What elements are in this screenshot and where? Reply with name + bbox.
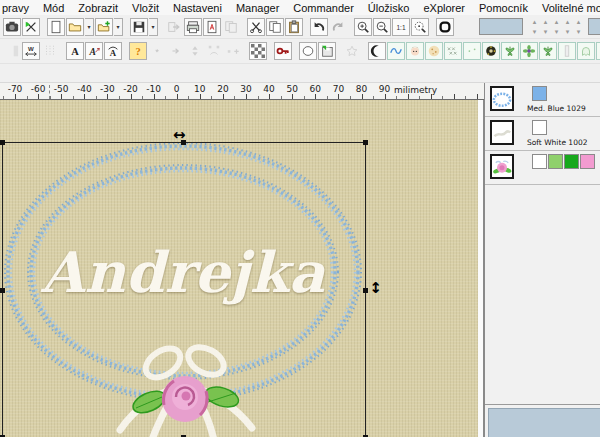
motif-ghost2-button[interactable] — [596, 42, 600, 60]
zoom-out-button[interactable] — [373, 18, 391, 36]
motif-dots-button[interactable] — [463, 42, 481, 60]
save-selection-button[interactable] — [318, 42, 336, 60]
layer-thumbnail[interactable] — [490, 86, 514, 111]
motif-flower-button[interactable] — [520, 42, 538, 60]
motif-butterfly2-button[interactable] — [539, 42, 557, 60]
motif-cookie-button[interactable] — [425, 42, 443, 60]
thread-color-swatch[interactable] — [580, 154, 595, 169]
menu-item-volitelne-moduly[interactable]: Volitelné moduly — [535, 2, 600, 14]
motif-crescent-button[interactable] — [368, 42, 386, 60]
align-edge-top-button[interactable]: ▴ — [551, 17, 562, 27]
menu-item-vlozit[interactable]: Vložit — [125, 2, 166, 14]
ruler-tick — [246, 94, 247, 99]
layer-oval-frame[interactable]: Med. Blue 1029 — [485, 83, 600, 117]
layer-name-text[interactable]: Soft White 1002 — [485, 117, 600, 151]
menu-item-manager[interactable]: Manager — [229, 2, 286, 14]
menu-item-mod[interactable]: Mód — [36, 2, 71, 14]
menu-item-commander[interactable]: Commander — [286, 2, 361, 14]
open-add-design-button[interactable] — [95, 18, 113, 36]
align-top-button[interactable]: ▴ — [529, 17, 540, 27]
motif-doll-button[interactable] — [406, 42, 424, 60]
layer-thumbnail[interactable] — [490, 120, 514, 145]
resize-horizontal-cursor-icon: ↔ — [173, 128, 186, 143]
ruler-number: -50 — [54, 84, 69, 94]
selection-rectangle[interactable]: ↔ ↕ — [2, 142, 366, 437]
cut-button[interactable] — [247, 18, 265, 36]
font-select-button[interactable]: A — [66, 42, 84, 60]
motif-squiggle-button[interactable] — [387, 42, 405, 60]
motif-donut-button[interactable] — [482, 42, 500, 60]
align-baseline-down-button[interactable]: ▾ — [562, 27, 573, 37]
ruler-tick — [385, 94, 386, 99]
ruler-tick — [315, 94, 316, 99]
ruler-tick — [154, 94, 155, 99]
motif-bars-button[interactable] — [558, 42, 576, 60]
svg-text:W: W — [28, 45, 34, 52]
ruler-tick — [38, 94, 39, 99]
undo-button[interactable] — [310, 18, 328, 36]
align-cap-down-button[interactable]: ▾ — [573, 27, 584, 37]
menu-item-nastaveni[interactable]: Nastaveni — [166, 2, 229, 14]
print-preview-button[interactable] — [203, 18, 221, 36]
thread-color-swatch[interactable] — [532, 86, 547, 101]
menu-item-pomocnik[interactable]: Pomocník — [472, 2, 535, 14]
design-photo-button[interactable] — [3, 18, 21, 36]
design-canvas[interactable]: Andrejka — [0, 100, 478, 437]
menu-item-ulozisko[interactable]: Úložisko — [361, 2, 417, 14]
ruler-number: 30 — [240, 84, 251, 94]
align-cap-up-button[interactable]: ▴ — [573, 17, 584, 27]
menu-item-explorer[interactable]: eXplorer — [416, 2, 472, 14]
horizontal-ruler: milimetry -70-60-50-40-30-20-10010203040… — [0, 83, 484, 100]
selection-handle-middle-left[interactable] — [0, 288, 5, 293]
open-add-design-button-dropdown[interactable]: ▾ — [114, 18, 123, 36]
new-design-button[interactable] — [47, 18, 65, 36]
letter-width-button[interactable]: W — [22, 42, 40, 60]
ruler-tick — [131, 94, 132, 99]
background-color-swatch[interactable] — [479, 18, 523, 35]
preview-panel — [488, 408, 600, 437]
motif-crossstitch-button[interactable] — [444, 42, 462, 60]
envelope-button[interactable]: A — [104, 42, 122, 60]
align-vcenter-up-button[interactable]: ▴ — [540, 17, 551, 27]
lock-button[interactable] — [274, 42, 292, 60]
motif-ghost1-button[interactable] — [577, 42, 595, 60]
hoop-button[interactable] — [436, 18, 454, 36]
thread-color-swatch[interactable] — [532, 120, 547, 135]
layer-rose-bow[interactable] — [485, 151, 600, 185]
zoom-1to1-button[interactable]: 1:1 — [392, 18, 410, 36]
ruler-tick — [3, 96, 4, 99]
letter-shape-button[interactable]: A — [85, 42, 103, 60]
fill-pattern-button[interactable] — [249, 42, 267, 60]
selection-handle-top-left[interactable] — [0, 140, 5, 145]
copy-button[interactable] — [266, 18, 284, 36]
print-button[interactable] — [184, 18, 202, 36]
paste-button[interactable] — [285, 18, 303, 36]
help-button[interactable]: ? — [129, 42, 147, 60]
open-design-button-dropdown[interactable]: ▾ — [85, 18, 94, 36]
thread-color-swatch[interactable] — [548, 154, 563, 169]
foreground-color-swatch[interactable] — [588, 18, 600, 35]
selection-handle-middle-right[interactable] — [363, 288, 368, 293]
selection-handle-top-right[interactable] — [363, 140, 368, 145]
ruler-number: -30 — [100, 84, 115, 94]
thread-color-swatch[interactable] — [532, 154, 547, 169]
motif-butterfly1-button[interactable] — [501, 42, 519, 60]
menu-item-zobrazit[interactable]: Zobrazit — [71, 2, 125, 14]
layer-thumbnail[interactable] — [490, 154, 514, 179]
save-design-button[interactable] — [130, 18, 148, 36]
zoom-selection-button[interactable] — [411, 18, 429, 36]
open-design-button[interactable] — [66, 18, 84, 36]
toolbar-main: ▾▾▾1:1▴▴▴▴▴▾▾▾▾▾ — [0, 15, 600, 39]
menu-item-upravy[interactable]: pravy — [0, 2, 36, 14]
align-edge-bottom-button[interactable]: ▾ — [551, 27, 562, 37]
zoom-in-button[interactable] — [354, 18, 372, 36]
align-vcenter-down-button[interactable]: ▾ — [540, 27, 551, 37]
lasso-button[interactable] — [299, 42, 317, 60]
align-bottom-button[interactable]: ▾ — [529, 27, 540, 37]
save-design-button-dropdown[interactable]: ▾ — [149, 18, 158, 36]
edge-tool-partial-button — [3, 42, 21, 60]
close-design-button[interactable] — [22, 18, 40, 36]
svg-text:?: ? — [135, 46, 140, 57]
thread-color-swatch[interactable] — [564, 154, 579, 169]
align-baseline-up-button[interactable]: ▴ — [562, 17, 573, 27]
